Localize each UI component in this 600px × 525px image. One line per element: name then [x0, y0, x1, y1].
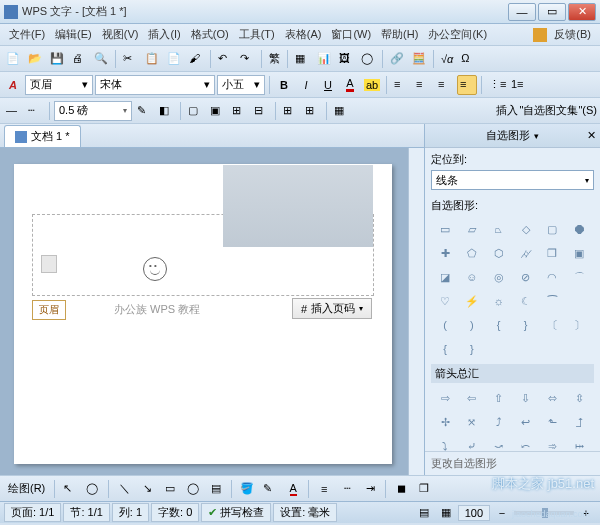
view-web-button[interactable]: ▦: [436, 503, 456, 523]
shape-bracket-sq-l[interactable]: 〔: [540, 314, 564, 336]
toggle-panel-button[interactable]: ▦: [331, 101, 351, 121]
table-button[interactable]: ▦: [292, 49, 312, 69]
maximize-button[interactable]: ▭: [538, 3, 566, 21]
menu-tools[interactable]: 工具(T): [234, 25, 280, 44]
zoom-out-button[interactable]: −: [492, 503, 512, 523]
line-color-button[interactable]: ✎: [134, 101, 154, 121]
menu-format[interactable]: 格式(O): [186, 25, 234, 44]
line-tool[interactable]: ＼: [114, 479, 134, 499]
open-button[interactable]: 📂: [25, 49, 45, 69]
bullets-button[interactable]: ⋮≡: [486, 75, 506, 95]
undo-button[interactable]: ↶: [215, 49, 235, 69]
arrow-up[interactable]: ⇧: [487, 387, 511, 409]
size-combo[interactable]: 小五▾: [217, 75, 265, 95]
shape-rectangle[interactable]: ▭: [433, 218, 457, 240]
close-button[interactable]: ✕: [568, 3, 596, 21]
zoom-in-button[interactable]: +: [576, 503, 596, 523]
shapes-button[interactable]: ◯: [358, 49, 378, 69]
shape-brace-pair-r[interactable]: }: [460, 338, 484, 360]
document-tab[interactable]: 文档 1 *: [4, 125, 81, 147]
shape-bracket-left[interactable]: (: [433, 314, 457, 336]
arrow-curved-l[interactable]: ⤶: [460, 435, 484, 451]
shape-folded-corner[interactable]: ◪: [433, 266, 457, 288]
textbox-tool[interactable]: ▤: [206, 479, 226, 499]
select-button[interactable]: ↖: [60, 479, 80, 499]
arrow-left[interactable]: ⇦: [460, 387, 484, 409]
shape-cross[interactable]: ✚: [433, 242, 457, 264]
dash-style-button[interactable]: ┄: [337, 479, 357, 499]
fill-color-button[interactable]: 🪣: [237, 479, 257, 499]
arrow-bent[interactable]: ⤴: [487, 411, 511, 433]
underline-button[interactable]: U: [318, 75, 338, 95]
eraser-button[interactable]: ◧: [156, 101, 176, 121]
shape-arc[interactable]: ⌒: [567, 266, 591, 288]
draw-menu[interactable]: 绘图(R): [4, 481, 49, 496]
shape-trapezoid[interactable]: ⏢: [487, 218, 511, 240]
menu-edit[interactable]: 编辑(E): [50, 25, 97, 44]
shape-bracket-right[interactable]: ): [460, 314, 484, 336]
italic-button[interactable]: I: [296, 75, 316, 95]
numbering-button[interactable]: 1≡: [508, 75, 528, 95]
smiley-shape[interactable]: [143, 257, 167, 281]
shape-lightning[interactable]: ⚡: [460, 290, 484, 312]
shape-brace-left[interactable]: {: [487, 314, 511, 336]
menu-feedback[interactable]: 反馈(B): [549, 25, 596, 44]
shape-pentagon[interactable]: ⬠: [460, 242, 484, 264]
equation-button[interactable]: √α: [438, 49, 456, 69]
shape-hexagon[interactable]: ⬡: [487, 242, 511, 264]
font-color-button[interactable]: A: [340, 75, 360, 95]
page[interactable]: 页眉 办公族 WPS 教程 # 插入页码 ▾: [14, 164, 392, 464]
status-unit[interactable]: 设置: 毫米: [273, 503, 337, 522]
menu-view[interactable]: 视图(V): [97, 25, 144, 44]
shape-smiley[interactable]: ☺: [460, 266, 484, 288]
shape-brace-right[interactable]: }: [514, 314, 538, 336]
arrow-leftright[interactable]: ⬄: [540, 387, 564, 409]
arrow-style-button[interactable]: ⇥: [360, 479, 380, 499]
shape-brace-pair-l[interactable]: {: [433, 338, 457, 360]
panel-name-label[interactable]: "自选图文集"(S): [520, 103, 597, 118]
bold-button[interactable]: B: [274, 75, 294, 95]
menu-insert[interactable]: 插入(I): [143, 25, 185, 44]
shape-bracket-sq-r[interactable]: 〕: [567, 314, 591, 336]
trad-simp-button[interactable]: 繁: [266, 49, 283, 69]
cut-button[interactable]: ✂: [120, 49, 140, 69]
shape-moon[interactable]: ☾: [514, 290, 538, 312]
print-button[interactable]: 🖨: [69, 49, 89, 69]
inserted-rectangle[interactable]: [223, 165, 373, 247]
split-button[interactable]: ⊟: [251, 101, 271, 121]
format-painter-button[interactable]: 🖌: [186, 49, 206, 69]
menu-office[interactable]: 办公空间(K): [423, 25, 492, 44]
shape-diamond[interactable]: ◇: [514, 218, 538, 240]
status-spellcheck[interactable]: ✔ 拼写检查: [201, 503, 271, 522]
arrow-tri[interactable]: ⤧: [460, 411, 484, 433]
locate-combo[interactable]: 线条 ▾: [431, 170, 594, 190]
align-right-button[interactable]: ≡: [435, 75, 455, 95]
shape-block-arc[interactable]: ◠: [540, 266, 564, 288]
arrow-uturn[interactable]: ↩: [514, 411, 538, 433]
line-dash-button[interactable]: ┄: [25, 101, 45, 121]
line-style-button[interactable]: —: [3, 101, 23, 121]
dist-rows-button[interactable]: ⊞: [280, 101, 300, 121]
align-center-button[interactable]: ≡: [413, 75, 433, 95]
preview-button[interactable]: 🔍: [91, 49, 111, 69]
shape-parallelogram[interactable]: ▱: [460, 218, 484, 240]
border-button[interactable]: ▢: [185, 101, 205, 121]
calc-button[interactable]: 🧮: [409, 49, 429, 69]
save-button[interactable]: 💾: [47, 49, 67, 69]
paste-button[interactable]: 📄: [164, 49, 184, 69]
link-button[interactable]: 🔗: [387, 49, 407, 69]
arrow-down[interactable]: ⇩: [514, 387, 538, 409]
menu-file[interactable]: 文件(F): [4, 25, 50, 44]
chevron-down-icon[interactable]: ▾: [534, 131, 539, 141]
line-color-button2[interactable]: ✎: [260, 479, 280, 499]
arrow-tool[interactable]: ↘: [137, 479, 157, 499]
arrow-curved-r[interactable]: ⤵: [433, 435, 457, 451]
arrow-updown[interactable]: ⇳: [567, 387, 591, 409]
line-weight-combo[interactable]: 0.5 磅▾: [54, 101, 132, 121]
arrow-curved-u[interactable]: ⤻: [487, 435, 511, 451]
header-region[interactable]: [32, 214, 374, 296]
status-page[interactable]: 页面: 1/1: [4, 503, 61, 522]
shape-sun[interactable]: ☼: [487, 290, 511, 312]
arrow-leftup[interactable]: ⬑: [540, 411, 564, 433]
menu-table[interactable]: 表格(A): [280, 25, 327, 44]
